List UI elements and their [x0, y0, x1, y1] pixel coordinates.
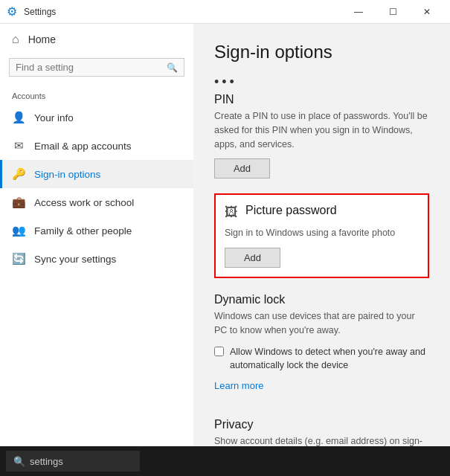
sync-icon: 🔄 — [12, 252, 25, 266]
learn-more-link[interactable]: Learn more — [214, 380, 263, 391]
access-work-icon: 💼 — [12, 196, 25, 209]
pin-section: ••• PIN Create a PIN to use in place of … — [214, 74, 429, 178]
sign-in-icon: 🔑 — [12, 167, 25, 181]
your-info-label: Your info — [34, 112, 74, 123]
sidebar-item-access-work[interactable]: 💼 Access work or school — [0, 188, 193, 216]
sidebar-item-email-app[interactable]: ✉ Email & app accounts — [0, 132, 193, 160]
main-layout: ⌂ Home 🔍 Accounts 👤 Your info ✉ Email & … — [0, 24, 450, 446]
pin-section-desc: Create a PIN to use in place of password… — [214, 109, 429, 151]
sidebar-item-home[interactable]: ⌂ Home — [0, 24, 193, 55]
picture-password-add-button[interactable]: Add — [225, 248, 280, 268]
privacy-section: Privacy Show account details (e.g. email… — [214, 418, 429, 446]
search-input[interactable] — [16, 62, 167, 73]
picture-password-desc: Sign in to Windows using a favorite phot… — [225, 226, 419, 240]
sidebar-item-sign-in[interactable]: 🔑 Sign-in options — [0, 160, 193, 188]
taskbar-search-box[interactable]: 🔍 settings — [6, 451, 140, 472]
search-box[interactable]: 🔍 — [9, 58, 184, 77]
taskbar-search-icon: 🔍 — [13, 456, 25, 467]
dynamic-lock-title: Dynamic lock — [214, 293, 429, 306]
privacy-desc: Show account details (e.g. email address… — [214, 434, 429, 446]
title-bar-left: ⚙ Settings — [6, 6, 56, 18]
privacy-title: Privacy — [214, 418, 429, 431]
sign-in-label: Sign-in options — [34, 169, 100, 180]
title-bar: ⚙ Settings — ☐ ✕ — [0, 0, 450, 24]
dynamic-lock-desc: Windows can use devices that are paired … — [214, 309, 429, 338]
picture-password-section: 🖼 Picture password Sign in to Windows us… — [214, 193, 429, 278]
access-work-label: Access work or school — [34, 197, 134, 208]
home-icon: ⌂ — [12, 33, 19, 46]
picture-password-icon: 🖼 — [225, 205, 238, 220]
maximize-button[interactable]: ☐ — [376, 0, 410, 24]
content-area: Sign-in options ••• PIN Create a PIN to … — [193, 24, 450, 446]
dynamic-lock-section: Dynamic lock Windows can use devices tha… — [214, 293, 429, 403]
sidebar-section-accounts: Accounts — [0, 86, 193, 103]
settings-app-icon: ⚙ — [6, 6, 18, 18]
pin-add-button[interactable]: Add — [214, 158, 270, 178]
email-icon: ✉ — [12, 139, 25, 152]
dynamic-lock-checkbox-label: Allow Windows to detect when you're away… — [230, 345, 429, 373]
sidebar-item-family[interactable]: 👥 Family & other people — [0, 216, 193, 245]
taskbar: 🔍 settings — [0, 446, 450, 476]
home-label: Home — [28, 33, 56, 45]
taskbar-search-text: settings — [30, 456, 63, 467]
sidebar-item-your-info[interactable]: 👤 Your info — [0, 103, 193, 132]
picture-password-title: Picture password — [245, 204, 337, 217]
sidebar: ⌂ Home 🔍 Accounts 👤 Your info ✉ Email & … — [0, 24, 193, 446]
sidebar-item-sync[interactable]: 🔄 Sync your settings — [0, 245, 193, 273]
search-icon: 🔍 — [167, 62, 178, 73]
dynamic-lock-checkbox[interactable] — [214, 347, 224, 356]
sync-label: Sync your settings — [34, 254, 116, 265]
page-title: Sign-in options — [214, 42, 429, 62]
dynamic-lock-checkbox-row: Allow Windows to detect when you're away… — [214, 345, 429, 373]
your-info-icon: 👤 — [12, 111, 25, 124]
family-icon: 👥 — [12, 224, 25, 237]
title-bar-controls: — ☐ ✕ — [341, 0, 444, 24]
close-button[interactable]: ✕ — [410, 0, 444, 24]
pin-section-title: PIN — [214, 93, 429, 106]
pin-dots: ••• — [214, 74, 429, 90]
email-label: Email & app accounts — [34, 141, 132, 152]
window-title: Settings — [24, 7, 56, 17]
minimize-button[interactable]: — — [341, 0, 376, 24]
family-label: Family & other people — [34, 225, 132, 237]
